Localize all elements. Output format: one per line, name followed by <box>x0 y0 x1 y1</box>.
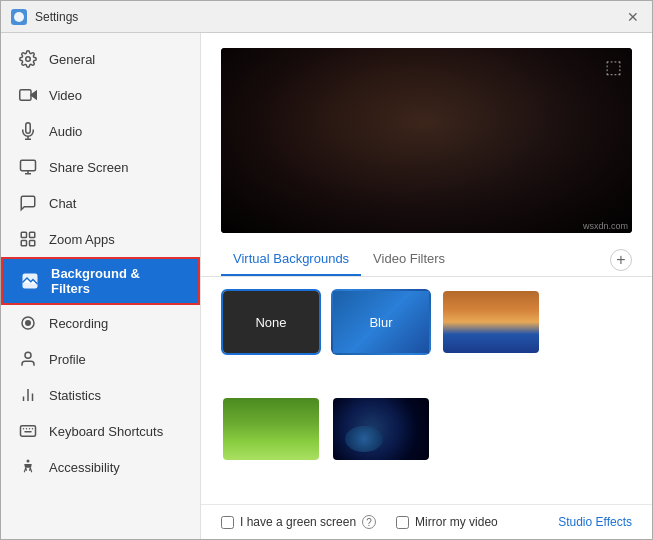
statistics-icon <box>17 384 39 406</box>
preview-person-overlay <box>221 48 632 233</box>
earth-globe <box>345 426 383 452</box>
sidebar-item-general[interactable]: General <box>1 41 200 77</box>
sidebar-item-chat[interactable]: Chat <box>1 185 200 221</box>
sidebar: General Video Audio Share Screen <box>1 33 201 539</box>
svg-rect-10 <box>30 232 35 237</box>
svg-rect-12 <box>30 241 35 246</box>
sidebar-label-recording: Recording <box>49 316 108 331</box>
green-screen-checkbox[interactable] <box>221 516 234 529</box>
bg-none-label: None <box>223 291 319 353</box>
sidebar-item-audio[interactable]: Audio <box>1 113 200 149</box>
sidebar-item-accessibility[interactable]: Accessibility <box>1 449 200 485</box>
svg-point-16 <box>25 352 31 358</box>
add-background-button[interactable]: + <box>610 249 632 271</box>
keyboard-icon <box>17 420 39 442</box>
svg-point-0 <box>14 12 24 22</box>
sidebar-item-keyboard-shortcuts[interactable]: Keyboard Shortcuts <box>1 413 200 449</box>
tabs-row: Virtual Backgrounds Video Filters + <box>201 243 652 277</box>
background-grass[interactable] <box>221 396 321 462</box>
tab-video-filters[interactable]: Video Filters <box>361 243 457 276</box>
titlebar: Settings ✕ <box>1 1 652 33</box>
tab-virtual-backgrounds[interactable]: Virtual Backgrounds <box>221 243 361 276</box>
sidebar-label-general: General <box>49 52 95 67</box>
sidebar-item-recording[interactable]: Recording <box>1 305 200 341</box>
mirror-video-checkbox[interactable] <box>396 516 409 529</box>
svg-point-26 <box>27 460 30 463</box>
preview-expand-icon[interactable]: ⬚ <box>605 56 622 78</box>
sidebar-item-background-filters[interactable]: Background & Filters <box>1 257 200 305</box>
bg-blur-label: Blur <box>333 291 429 353</box>
green-screen-help-icon[interactable]: ? <box>362 515 376 529</box>
profile-icon <box>17 348 39 370</box>
sidebar-label-zoom-apps: Zoom Apps <box>49 232 115 247</box>
svg-rect-11 <box>21 241 26 246</box>
green-screen-group: I have a green screen ? <box>221 515 376 529</box>
zoom-apps-icon <box>17 228 39 250</box>
bottom-bar: I have a green screen ? Mirror my video … <box>201 504 652 539</box>
mirror-video-group: Mirror my video <box>396 515 498 529</box>
background-blur[interactable]: Blur <box>331 289 431 355</box>
background-tabs: Virtual Backgrounds Video Filters <box>221 243 457 276</box>
background-earth[interactable] <box>331 396 431 462</box>
sidebar-label-chat: Chat <box>49 196 76 211</box>
main-content: ⬚ wsxdn.com Virtual Backgrounds Video Fi… <box>201 33 652 539</box>
mirror-video-label: Mirror my video <box>415 515 498 529</box>
sidebar-label-profile: Profile <box>49 352 86 367</box>
svg-rect-9 <box>21 232 26 237</box>
share-screen-icon <box>17 156 39 178</box>
close-button[interactable]: ✕ <box>624 8 642 26</box>
sidebar-label-video: Video <box>49 88 82 103</box>
sidebar-item-zoom-apps[interactable]: Zoom Apps <box>1 221 200 257</box>
content-area: General Video Audio Share Screen <box>1 33 652 539</box>
preview-video-feed <box>221 48 632 233</box>
sidebar-label-accessibility: Accessibility <box>49 460 120 475</box>
bg-grass-image <box>223 398 319 460</box>
gear-icon <box>17 48 39 70</box>
sidebar-item-profile[interactable]: Profile <box>1 341 200 377</box>
backgrounds-grid: None Blur <box>201 277 652 504</box>
background-bridge[interactable] <box>441 289 541 355</box>
svg-point-15 <box>25 320 31 326</box>
studio-effects-link[interactable]: Studio Effects <box>558 515 632 529</box>
accessibility-icon <box>17 456 39 478</box>
bg-bridge-image <box>443 291 539 353</box>
svg-marker-2 <box>31 91 36 99</box>
window-title: Settings <box>35 10 78 24</box>
svg-rect-6 <box>21 160 36 171</box>
sidebar-item-video[interactable]: Video <box>1 77 200 113</box>
watermark: wsxdn.com <box>583 221 628 231</box>
chat-icon <box>17 192 39 214</box>
bg-earth-image <box>333 398 429 460</box>
sidebar-label-keyboard-shortcuts: Keyboard Shortcuts <box>49 424 163 439</box>
sidebar-item-share-screen[interactable]: Share Screen <box>1 149 200 185</box>
sidebar-label-statistics: Statistics <box>49 388 101 403</box>
recording-icon <box>17 312 39 334</box>
sidebar-label-audio: Audio <box>49 124 82 139</box>
svg-rect-3 <box>20 90 31 101</box>
background-filters-icon <box>19 270 41 292</box>
background-none[interactable]: None <box>221 289 321 355</box>
titlebar-left: Settings <box>11 9 78 25</box>
green-screen-label: I have a green screen <box>240 515 356 529</box>
video-preview: ⬚ wsxdn.com <box>221 48 632 233</box>
sidebar-label-share-screen: Share Screen <box>49 160 129 175</box>
sidebar-item-statistics[interactable]: Statistics <box>1 377 200 413</box>
svg-point-1 <box>26 57 31 62</box>
app-icon <box>11 9 27 25</box>
settings-window: Settings ✕ General Video <box>0 0 653 540</box>
sidebar-label-background-filters: Background & Filters <box>51 266 182 296</box>
video-icon <box>17 84 39 106</box>
audio-icon <box>17 120 39 142</box>
